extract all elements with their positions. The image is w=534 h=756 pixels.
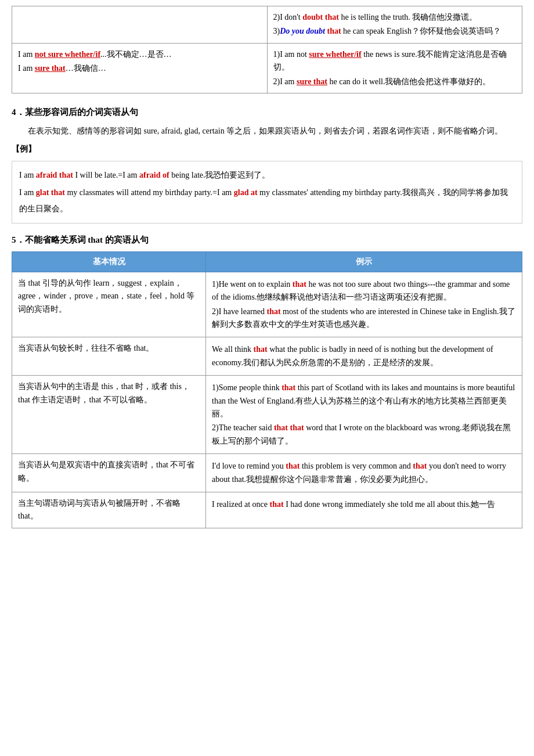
col-header-situation: 基本情况: [12, 251, 206, 272]
kw-that-r4-2: that: [413, 462, 427, 470]
para: I realized at once that I had done wrong…: [212, 498, 516, 511]
table-row: 当宾语从句是双宾语中的直接宾语时，that 不可省略。 I'd love to …: [12, 454, 522, 492]
para: 2)I have learned that most of the studen…: [212, 305, 516, 332]
table-row: 2)I don't doubt that he is telling the t…: [12, 6, 522, 44]
keyword-that2: that: [327, 27, 341, 35]
para: I am sure that…我确信…: [18, 62, 261, 75]
situation-5: 当主句谓语动词与宾语从句被隔开时，不省略 that。: [12, 492, 206, 528]
kw-that-r1-2: that: [266, 307, 280, 316]
kw-that-r1-1: that: [293, 280, 306, 289]
example-5: I realized at once that I had done wrong…: [206, 492, 522, 528]
para: 2)The teacher said that that word that I…: [212, 422, 516, 448]
table-header-row: 基本情况 例示: [12, 251, 522, 272]
situation-3: 当宾语从句中的主语是 this，that 时，或者 this，that 作主语定…: [12, 376, 206, 454]
section5-table: 基本情况 例示 当 that 引导的从句作 learn，suggest，expl…: [12, 251, 522, 528]
kw-afraid-of: afraid of: [139, 171, 169, 179]
example-line-1: I am afraid that I will be late.=I am af…: [19, 167, 515, 183]
para: 1)Some people think that this part of Sc…: [212, 381, 516, 420]
top-table: 2)I don't doubt that he is telling the t…: [12, 6, 522, 93]
table-row: 当主句谓语动词与宾语从句被隔开时，不省略 that。 I realized at…: [12, 492, 522, 528]
top-table-right-2: 1)I am not sure whether/if the news is s…: [267, 43, 522, 93]
situation-1: 当 that 引导的从句作 learn，suggest，explain，agre…: [12, 272, 206, 337]
section4-body: 在表示知觉、感情等的形容词如 sure, afraid, glad, certa…: [28, 124, 522, 138]
situation-4: 当宾语从句是双宾语中的直接宾语时，that 不可省略。: [12, 454, 206, 492]
kw-that-r3-1: that: [282, 383, 295, 392]
kw-that-r4-1: that: [286, 462, 300, 470]
para: I'd love to remind you that this problem…: [212, 460, 516, 486]
example-line-2: I am glat that my classmates will attend…: [19, 185, 515, 217]
kw-glat: glat that: [36, 188, 65, 197]
example-4: I'd love to remind you that this problem…: [206, 454, 522, 492]
situation-2: 当宾语从句较长时，往往不省略 that。: [12, 337, 206, 376]
para: 1)He went on to explain that he was not …: [212, 278, 516, 304]
kw-sure2: sure that: [297, 77, 327, 86]
top-table-left-1: [12, 6, 268, 44]
table-row: 当宾语从句中的主语是 this，that 时，或者 this，that 作主语定…: [12, 376, 522, 454]
kw-that-r3-2b: that: [290, 423, 304, 432]
kw-that-r3-2a: that: [274, 423, 288, 432]
kw-glad-at: glad at: [234, 188, 258, 197]
keyword-that: that: [325, 13, 339, 21]
example-3: 1)Some people think that this part of Sc…: [206, 376, 522, 454]
kw-sure-whether: sure whether/if: [309, 50, 361, 59]
para: We all think that what the public is bad…: [212, 343, 516, 369]
para: 3)Do you doubt that he can speak English…: [273, 25, 517, 38]
section4-label: 【例】: [12, 143, 522, 156]
top-table-left-2: I am not sure whether/if...我不确定…是否… I am…: [12, 43, 268, 93]
keyword-not-sure-whether: not sure whether/if: [35, 50, 100, 59]
para: 1)I am not sure whether/if the news is s…: [273, 48, 517, 74]
page-container: 2)I don't doubt that he is telling the t…: [12, 6, 522, 528]
table-row: 当 that 引导的从句作 learn，suggest，explain，agre…: [12, 272, 522, 337]
example-2: We all think that what the public is bad…: [206, 337, 522, 376]
section5-heading: 5．不能省略关系词 that 的宾语从句: [12, 233, 522, 247]
para: I am not sure whether/if...我不确定…是否…: [18, 48, 261, 61]
keyword-do-you-doubt: Do you doubt: [280, 27, 325, 35]
kw-that-r2: that: [254, 345, 268, 354]
col-header-example: 例示: [206, 251, 522, 272]
table-row: 当宾语从句较长时，往往不省略 that。 We all think that w…: [12, 337, 522, 376]
top-table-right-1: 2)I don't doubt that he is telling the t…: [267, 6, 522, 44]
keyword-sure-that: sure that: [35, 64, 66, 73]
example-1: 1)He went on to explain that he was not …: [206, 272, 522, 337]
table-row: I am not sure whether/if...我不确定…是否… I am…: [12, 43, 522, 93]
kw-afraid: afraid that: [36, 171, 73, 179]
kw-that-r5: that: [270, 500, 284, 509]
para: 2)I am sure that he can do it well.我确信他会…: [273, 75, 517, 88]
keyword-doubt: doubt: [302, 13, 323, 21]
para: 2)I don't doubt that he is telling the t…: [273, 11, 517, 24]
section4-examples: I am afraid that I will be late.=I am af…: [12, 161, 522, 224]
section4-heading: 4．某些形容词后的介词宾语从句: [12, 105, 522, 119]
